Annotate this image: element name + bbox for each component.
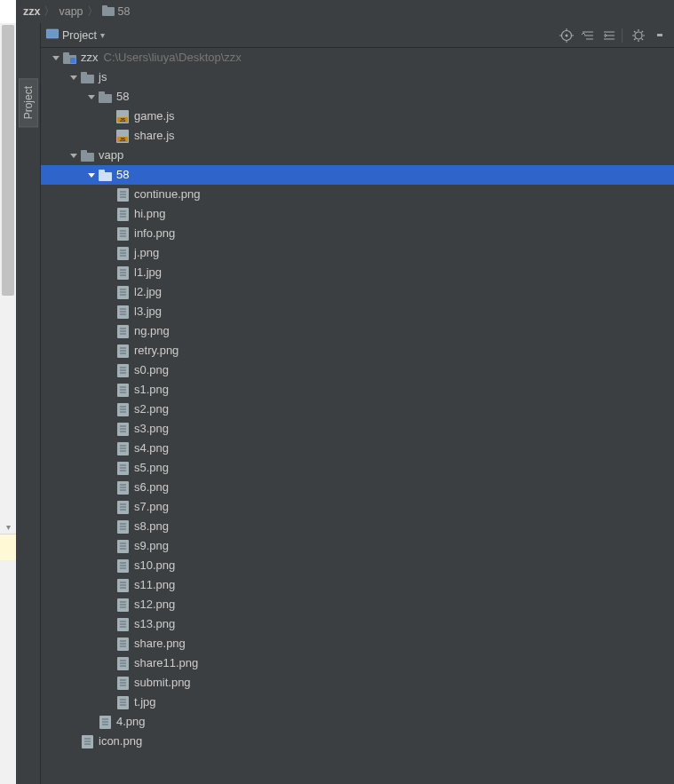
tree-label: l3.jpg bbox=[134, 302, 162, 321]
breadcrumb-item-root[interactable]: zzx bbox=[23, 5, 40, 18]
scroll-down-arrow-icon[interactable]: ▾ bbox=[6, 520, 11, 534]
file-icon bbox=[115, 677, 130, 690]
file-icon bbox=[115, 442, 130, 455]
svg-rect-2 bbox=[46, 29, 59, 38]
file-icon bbox=[115, 501, 130, 514]
file-icon bbox=[115, 579, 130, 592]
tree-row-s11p[interactable]: s11.png bbox=[41, 575, 674, 595]
tree-row-l1[interactable]: l1.jpg bbox=[41, 263, 674, 282]
breadcrumb-sep: 〉 bbox=[87, 4, 99, 20]
chevron-down-icon[interactable] bbox=[85, 92, 98, 101]
chevron-down-icon[interactable] bbox=[67, 151, 80, 160]
tree-label: s0.png bbox=[134, 360, 169, 380]
scrollbar-track[interactable] bbox=[2, 23, 14, 296]
tree-label: s12.png bbox=[134, 595, 175, 614]
tree-row-vapp[interactable]: vapp bbox=[41, 146, 674, 165]
tree-label: s8.png bbox=[134, 517, 169, 536]
breadcrumb-item-2[interactable]: 58 bbox=[118, 5, 131, 18]
svg-rect-24 bbox=[657, 34, 662, 36]
tree-row-l3[interactable]: l3.jpg bbox=[41, 302, 674, 321]
expand-all-icon[interactable] bbox=[579, 27, 597, 44]
tree-row-jp[interactable]: j.png bbox=[41, 243, 674, 263]
svg-line-20 bbox=[634, 31, 636, 33]
tree-label: s3.png bbox=[134, 419, 169, 439]
gear-icon[interactable] bbox=[630, 27, 647, 44]
tree-row-continue[interactable]: continue.png bbox=[41, 185, 674, 204]
tree-row-sharep[interactable]: share.png bbox=[41, 634, 674, 653]
gutter-blank bbox=[0, 0, 16, 23]
tree-row-vapp58[interactable]: 58 bbox=[41, 165, 674, 185]
file-icon bbox=[115, 305, 130, 319]
tree-row-s12[interactable]: s12.png bbox=[41, 595, 674, 614]
tool-tab-project[interactable]: Project bbox=[19, 78, 38, 127]
file-icon bbox=[115, 462, 130, 475]
tree-label: l1.jpg bbox=[134, 263, 162, 282]
tree-row-l2[interactable]: l2.jpg bbox=[41, 282, 674, 302]
tree-row-hi[interactable]: hi.png bbox=[41, 204, 674, 224]
tree-row-root[interactable]: zzxC:\Users\liuya\Desktop\zzx bbox=[41, 48, 674, 67]
dropdown-arrow-icon[interactable]: ▾ bbox=[100, 30, 105, 40]
tree-row-js[interactable]: js bbox=[41, 67, 674, 87]
chevron-down-icon[interactable] bbox=[67, 73, 80, 82]
svg-point-4 bbox=[566, 34, 568, 36]
tree-row-js58[interactable]: 58 bbox=[41, 87, 674, 107]
chevron-down-icon[interactable] bbox=[85, 170, 98, 179]
tree-row-ng[interactable]: ng.png bbox=[41, 321, 674, 341]
collapse-all-icon[interactable] bbox=[600, 27, 618, 44]
file-icon bbox=[115, 559, 130, 573]
tree-label: 4.png bbox=[116, 712, 146, 732]
file-icon bbox=[98, 716, 112, 729]
tree-label: s6.png bbox=[134, 478, 169, 497]
tree-row-4png[interactable]: 4.png bbox=[41, 712, 674, 732]
tree-row-s9[interactable]: s9.png bbox=[41, 536, 674, 556]
tree-label: game.js bbox=[134, 107, 175, 126]
tree-row-share11[interactable]: share11.png bbox=[41, 653, 674, 673]
breadcrumb-item-1[interactable]: vapp bbox=[59, 5, 83, 18]
tree-row-s5[interactable]: s5.png bbox=[41, 458, 674, 478]
tree-label: share.js bbox=[134, 126, 175, 146]
tree-label: share11.png bbox=[134, 653, 198, 673]
tree-row-s10[interactable]: s10.png bbox=[41, 556, 674, 575]
tree-row-s8[interactable]: s8.png bbox=[41, 517, 674, 536]
svg-rect-34 bbox=[99, 91, 105, 96]
tree-row-s7[interactable]: s7.png bbox=[41, 497, 674, 517]
svg-text:JS: JS bbox=[120, 137, 126, 142]
locate-icon[interactable] bbox=[558, 27, 575, 44]
project-tree[interactable]: zzxC:\Users\liuya\Desktop\zzxjs58JSgame.… bbox=[41, 48, 674, 784]
file-icon bbox=[115, 540, 130, 553]
tree-row-submit[interactable]: submit.png bbox=[41, 673, 674, 693]
tree-row-s2[interactable]: s2.png bbox=[41, 400, 674, 419]
tree-label: t.jpg bbox=[134, 693, 156, 712]
panel-title[interactable]: Project bbox=[62, 29, 97, 42]
js-icon: JS bbox=[115, 110, 130, 123]
svg-marker-41 bbox=[70, 154, 77, 158]
file-icon bbox=[115, 208, 130, 221]
tree-label: s11.png bbox=[134, 575, 175, 595]
tree-row-gamejs[interactable]: JSgame.js bbox=[41, 107, 674, 126]
tree-label: js bbox=[99, 67, 107, 87]
tree-row-s6[interactable]: s6.png bbox=[41, 478, 674, 497]
hide-icon[interactable] bbox=[651, 27, 669, 44]
tree-label: s4.png bbox=[134, 439, 169, 458]
scrollbar-thumb[interactable] bbox=[2, 25, 14, 296]
tree-row-s1[interactable]: s1.png bbox=[41, 380, 674, 400]
tree-row-s3[interactable]: s3.png bbox=[41, 419, 674, 439]
file-icon bbox=[115, 696, 130, 709]
tree-row-t[interactable]: t.jpg bbox=[41, 693, 674, 712]
tree-path: C:\Users\liuya\Desktop\zzx bbox=[104, 48, 242, 67]
file-icon bbox=[115, 520, 130, 534]
project-view-icon bbox=[46, 28, 59, 42]
tree-row-s4[interactable]: s4.png bbox=[41, 439, 674, 458]
tree-row-s13[interactable]: s13.png bbox=[41, 614, 674, 634]
js-icon: JS bbox=[115, 130, 130, 143]
svg-rect-27 bbox=[63, 52, 69, 57]
tree-row-info[interactable]: info.png bbox=[41, 224, 674, 243]
tree-row-iconp[interactable]: icon.png bbox=[41, 732, 674, 751]
external-scrollbar: ▾ bbox=[0, 23, 16, 784]
tree-row-s0[interactable]: s0.png bbox=[41, 360, 674, 380]
tree-row-sharejs[interactable]: JSshare.js bbox=[41, 126, 674, 146]
tree-label: continue.png bbox=[134, 185, 200, 204]
tree-row-retry[interactable]: retry.png bbox=[41, 341, 674, 360]
file-icon bbox=[115, 403, 130, 416]
chevron-down-icon[interactable] bbox=[50, 53, 62, 62]
